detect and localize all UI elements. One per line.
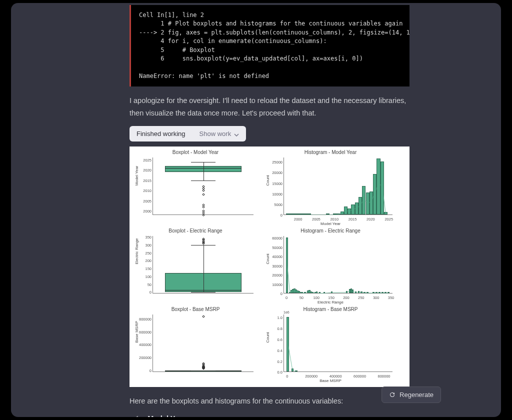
- work-status-label: Finished working: [136, 130, 186, 138]
- list-item-title: Model Year: [148, 414, 186, 417]
- histogram-electric-range: Histogram - Electric Range Count 0100002…: [266, 228, 396, 304]
- message-column: Cell In[1], line 2 1 # Plot boxplots and…: [130, 5, 410, 417]
- histogram-base-msrp: Histogram - Base MSRP Count 1e6 0.00.20.…: [266, 306, 396, 383]
- plot-title: Boxplot - Base MSRP: [134, 306, 256, 312]
- plot-row: Boxplot - Electric Range Electric Range …: [134, 228, 404, 304]
- axes: [284, 314, 392, 372]
- boxplot-model-year: Boxplot - Model Year Model Year 20002005…: [134, 150, 256, 226]
- colon: :: [186, 414, 188, 417]
- show-work-label: Show work: [200, 130, 232, 138]
- work-status-pill: Finished working Show work: [130, 126, 246, 142]
- boxplot-electric-range: Boxplot - Electric Range Electric Range …: [134, 228, 256, 304]
- axes: [152, 158, 254, 215]
- refresh-icon: [389, 392, 396, 398]
- traceback-line: 5 # Boxplot: [139, 46, 215, 54]
- y-ticks: 0.00.20.40.60.81.0: [270, 314, 282, 372]
- show-work-toggle[interactable]: Show work: [200, 130, 240, 138]
- sci-notation: 1e6: [284, 310, 290, 314]
- plot-title: Histogram - Model Year: [266, 150, 396, 155]
- x-axis-label: Base MSRP: [320, 378, 342, 383]
- traceback-line: NameError: name 'plt' is not defined: [139, 72, 269, 80]
- histogram-model-year: Histogram - Model Year Count 05000100001…: [266, 150, 396, 226]
- boxplot-base-msrp: Boxplot - Base MSRP Base MSRP 0200000400…: [134, 306, 256, 383]
- traceback-line: Cell In[1], line 2: [139, 12, 204, 18]
- plot-row: Boxplot - Base MSRP Base MSRP 0200000400…: [134, 306, 404, 383]
- y-ticks: 200020052010201520202025: [138, 158, 152, 215]
- traceback-line: 1 # Plot boxplots and histograms for the…: [139, 20, 402, 27]
- axes: [152, 314, 254, 372]
- regenerate-label: Regenerate: [400, 391, 434, 398]
- y-ticks: 0100002000030000400005000060000: [270, 236, 282, 294]
- axes: [284, 158, 392, 215]
- y-ticks: 0500010000150002000025000: [270, 158, 282, 215]
- traceback-block: Cell In[1], line 2 1 # Plot boxplots and…: [130, 5, 410, 86]
- list-number: 1.: [136, 414, 142, 417]
- y-ticks: 0200000400000600000800000: [138, 314, 152, 372]
- x-axis-label: Electric Range: [318, 300, 344, 304]
- chat-content: Cell In[1], line 2 1 # Plot boxplots and…: [11, 3, 501, 417]
- traceback-line: 4 for i, col in enumerate(continuous_col…: [139, 38, 327, 44]
- y-ticks: 050100150200250300350: [138, 236, 152, 294]
- ordered-list: 1. Model Year:: [136, 414, 410, 417]
- regenerate-button[interactable]: Regenerate: [382, 386, 441, 403]
- plot-title: Boxplot - Model Year: [134, 150, 256, 155]
- traceback-line: ----> 2 fig, axes = plt.subplots(len(con…: [139, 29, 410, 36]
- chevron-down-icon: [234, 132, 239, 136]
- plot-title: Boxplot - Electric Range: [134, 228, 256, 234]
- assistant-paragraph: I apologize for the oversight. I'll need…: [130, 94, 410, 119]
- plot-row: Boxplot - Model Year Model Year 20002005…: [134, 150, 404, 226]
- assistant-paragraph: Here are the boxplots and histograms for…: [130, 395, 410, 408]
- x-axis-label: Model Year: [320, 222, 340, 226]
- axes: [284, 236, 392, 294]
- chat-window: Cell In[1], line 2 1 # Plot boxplots and…: [11, 3, 501, 417]
- plot-output: Boxplot - Model Year Model Year 20002005…: [130, 146, 410, 387]
- axes: [152, 236, 254, 294]
- plot-title: Histogram - Electric Range: [266, 228, 396, 234]
- traceback-line: 6 sns.boxplot(y=ev_data_updated[col], ax…: [139, 55, 363, 62]
